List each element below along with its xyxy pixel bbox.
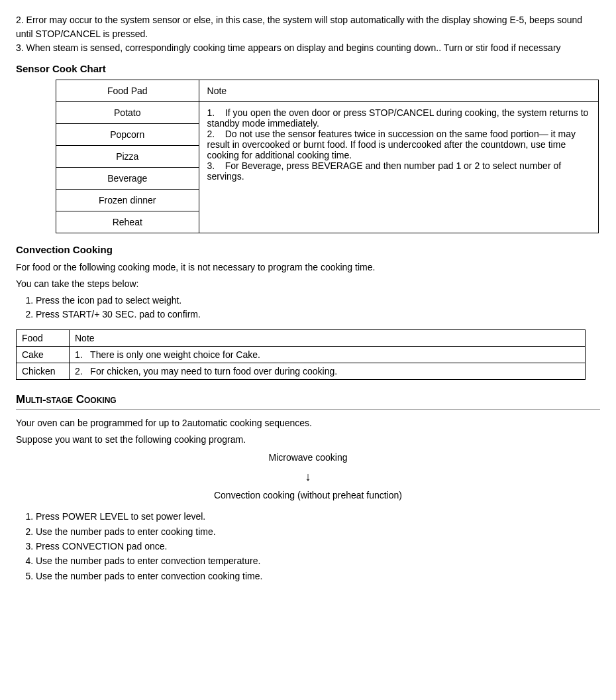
sensor-note: 1. If you open the oven door or press ST… — [199, 102, 598, 233]
multi-stage-step-2: Use the number pads to enter cooking tim… — [36, 524, 600, 539]
table-header-row: Food Pad Note — [56, 80, 599, 102]
multi-stage-step-1: Press POWER LEVEL to set power level. — [36, 509, 600, 524]
multi-stage-step-5: Use the number pads to enter convection … — [36, 569, 600, 583]
cooking-flow-arrow: ↓ — [16, 466, 600, 487]
multi-stage-line2: Suppose you want to set the following co… — [16, 433, 600, 447]
cooking-flow: Microwave cooking ↓ Convection cooking (… — [16, 449, 600, 504]
intro-line1: 2. Error may occur to the system sensor … — [16, 13, 600, 41]
convection-food-cake: Cake — [17, 346, 70, 363]
convection-food-header: Food — [17, 329, 70, 346]
convection-step-1: Press the icon pad to select weight. — [36, 294, 600, 308]
multi-stage-section: Multi-stage Cooking Your oven can be pro… — [16, 393, 600, 584]
convection-line1: For food or the following cooking mode, … — [16, 261, 600, 274]
convection-step-2: Press START/+ 30 SEC. pad to confirm. — [36, 308, 600, 321]
section-divider — [16, 409, 600, 410]
multi-stage-header: Multi-stage Cooking — [16, 393, 600, 406]
cooking-flow-step1: Microwave cooking — [16, 449, 600, 466]
convection-note-header: Note — [70, 329, 586, 346]
convection-cooking-section: Convection Cooking For food or the follo… — [16, 243, 600, 321]
multi-stage-step-3: Press CONVECTION pad once. — [36, 539, 600, 554]
convection-note-cake: 1. There is only one weight choice for C… — [70, 346, 586, 363]
food-frozen-dinner: Frozen dinner — [56, 190, 199, 211]
convection-food-chicken: Chicken — [17, 363, 70, 379]
food-reheat: Reheat — [56, 211, 199, 233]
note-header: Note — [199, 80, 598, 102]
food-beverage: Beverage — [56, 168, 199, 190]
convection-table-header-row: Food Note — [17, 329, 586, 346]
sensor-cook-chart-header: Sensor Cook Chart — [16, 63, 600, 74]
intro-paragraph-1: 2. Error may occur to the system sensor … — [16, 13, 600, 55]
food-popcorn: Popcorn — [56, 124, 199, 146]
sensor-cook-chart-table: Food Pad Note Potato 1. If you open the … — [56, 80, 599, 233]
food-pizza: Pizza — [56, 146, 199, 168]
multi-stage-steps-list: Press POWER LEVEL to set power level. Us… — [36, 509, 600, 583]
food-potato: Potato — [56, 102, 199, 124]
table-row: Potato 1. If you open the oven door or p… — [56, 102, 599, 124]
convection-table: Food Note Cake 1. There is only one weig… — [16, 329, 586, 380]
convection-note-chicken: 2. For chicken, you may need to turn foo… — [70, 363, 586, 379]
food-pad-header: Food Pad — [56, 80, 199, 102]
multi-stage-line1: Your oven can be programmed for up to 2a… — [16, 416, 600, 430]
table-row: Cake 1. There is only one weight choice … — [17, 346, 586, 363]
multi-stage-step-4: Use the number pads to enter convection … — [36, 554, 600, 568]
convection-line2: You can take the steps below: — [16, 277, 600, 291]
table-row: Chicken 2. For chicken, you may need to … — [17, 363, 586, 379]
intro-line2: 3. When steam is sensed, correspondingly… — [16, 41, 600, 55]
cooking-flow-step2: Convection cooking (without preheat func… — [16, 487, 600, 504]
convection-steps-list: Press the icon pad to select weight. Pre… — [36, 294, 600, 321]
convection-cooking-header: Convection Cooking — [16, 243, 600, 258]
